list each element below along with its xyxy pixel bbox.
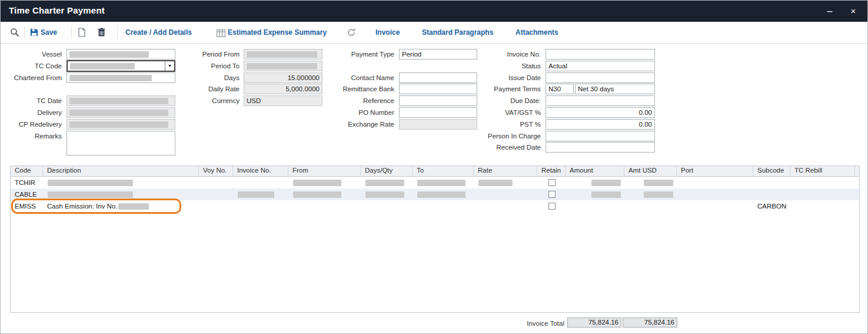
column-header-tc_rebill[interactable]: TC Rebill — [790, 166, 855, 176]
remarks-textarea[interactable] — [66, 131, 175, 156]
received-date-field[interactable] — [546, 142, 655, 153]
cell-text: EMISS — [15, 203, 36, 210]
period-from-field — [244, 49, 322, 59]
column-header-port[interactable]: Port — [677, 166, 753, 176]
vessel-field[interactable] — [66, 49, 175, 59]
invoice-total-label: Invoice Total — [500, 318, 564, 329]
close-button[interactable]: × — [846, 4, 860, 18]
cell-code: EMISS — [11, 203, 43, 210]
toolbar-divider — [117, 27, 118, 38]
cell-retain — [537, 179, 566, 186]
redacted-value — [644, 180, 673, 186]
cell-days_qty — [361, 180, 413, 186]
currency-label: Currency — [177, 95, 240, 106]
retain-checkbox[interactable] — [548, 179, 556, 186]
table-row-cable[interactable]: CABLE — [11, 189, 859, 200]
vat-gst-label: VAT/GST % — [460, 107, 541, 118]
redacted-value — [365, 191, 404, 198]
cell-description — [43, 180, 199, 186]
status-field[interactable]: Actual — [546, 61, 655, 71]
column-header-from[interactable]: From — [288, 166, 361, 176]
issue-date-field[interactable] — [546, 72, 655, 83]
table-row-tchir[interactable]: TCHIR — [11, 177, 859, 189]
cell-rate — [474, 180, 537, 186]
column-header-description[interactable]: Description — [43, 166, 199, 176]
daily-rate-label: Daily Rate — [177, 84, 240, 94]
period-to-field — [244, 61, 322, 71]
remarks-label: Remarks — [1, 131, 62, 141]
cell-amt_usd — [624, 180, 677, 186]
toolbar-divider — [71, 27, 72, 38]
cell-amt_usd — [624, 191, 677, 198]
redacted-value — [238, 191, 274, 198]
pst-field[interactable]: 0.00 — [546, 119, 655, 130]
exchange-rate-label: Exchange Rate — [324, 119, 394, 130]
redacted-value — [644, 191, 673, 198]
invoice-total-field: 75,824.16 — [567, 318, 621, 328]
due-date-field[interactable] — [546, 95, 655, 106]
minimize-button[interactable]: – — [823, 4, 837, 18]
table-row-emiss[interactable]: EMISSCash Emission: Inv No.CARBON — [11, 200, 859, 212]
status-label: Status — [460, 61, 541, 71]
cell-invoice_no — [233, 191, 288, 198]
payment-terms-label: Payment Terms — [460, 84, 541, 94]
tc-code-combo[interactable]: ▼ — [66, 60, 175, 72]
column-header-days_qty[interactable]: Days/Qty — [361, 166, 413, 176]
redacted-value — [69, 121, 168, 128]
redacted-value — [118, 203, 149, 210]
invoice-total-usd-field: 75,824.16 — [623, 318, 677, 328]
expense-summary-icon[interactable] — [217, 29, 225, 39]
chevron-down-icon[interactable]: ▼ — [165, 61, 174, 71]
payment-terms-code-field[interactable]: N30 — [546, 84, 574, 94]
save-icon[interactable] — [30, 28, 38, 39]
redacted-value — [478, 180, 513, 186]
redacted-value — [591, 191, 621, 198]
delete-icon[interactable] — [98, 28, 105, 39]
column-header-amount[interactable]: Amount — [566, 166, 624, 176]
redacted-value — [69, 110, 168, 116]
window-title: Time Charter Payment — [9, 5, 105, 15]
column-header-subcode[interactable]: Subcode — [753, 166, 790, 176]
received-date-label: Received Date — [460, 142, 541, 153]
copy-icon[interactable] — [78, 28, 86, 39]
column-header-code[interactable]: Code — [11, 166, 43, 176]
save-button[interactable]: Save — [41, 28, 57, 37]
column-header-voy_no[interactable]: Voy No. — [199, 166, 233, 176]
invoice-no-field[interactable] — [546, 49, 655, 59]
person-in-charge-field[interactable] — [546, 131, 655, 141]
cp-redelivery-field — [66, 119, 175, 130]
refresh-icon[interactable] — [347, 28, 356, 39]
redacted-value — [69, 98, 168, 104]
estimated-expense-summary-button[interactable]: Estimated Expense Summary — [228, 28, 327, 37]
column-header-amt_usd[interactable]: Amt USD — [624, 166, 677, 176]
payment-type-label: Payment Type — [324, 49, 394, 59]
cell-to — [413, 191, 474, 198]
vat-gst-field[interactable]: 0.00 — [546, 107, 655, 118]
chartered-from-field[interactable] — [66, 72, 175, 83]
toolbar-divider — [24, 27, 25, 38]
days-field: 15.000000 — [244, 72, 322, 83]
redacted-value — [247, 51, 317, 58]
retain-checkbox[interactable] — [548, 191, 556, 198]
cell-from — [288, 191, 361, 198]
redacted-value — [69, 75, 152, 81]
create-add-details-button[interactable]: Create / Add Details — [125, 28, 192, 37]
attachments-button[interactable]: Attachments — [516, 28, 558, 37]
redacted-value — [70, 63, 135, 70]
period-to-label: Period To — [177, 61, 240, 71]
table-header-row: CodeDescriptionVoy No.Invoice No.FromDay… — [11, 166, 859, 177]
cell-text: Cash Emission: Inv No. — [47, 203, 118, 210]
tc-date-label: TC Date — [1, 95, 62, 106]
column-header-invoice_no[interactable]: Invoice No. — [233, 166, 288, 176]
column-header-to[interactable]: To — [413, 166, 474, 176]
column-header-retain[interactable]: Retain — [537, 166, 566, 176]
standard-paragraphs-button[interactable]: Standard Paragraphs — [422, 28, 493, 37]
invoice-button[interactable]: Invoice — [375, 28, 400, 37]
cell-amount — [566, 191, 624, 198]
redacted-value — [591, 180, 621, 186]
days-label: Days — [177, 72, 240, 83]
search-icon[interactable] — [10, 28, 19, 39]
currency-field: USD — [244, 95, 322, 106]
retain-checkbox[interactable] — [548, 203, 556, 210]
column-header-rate[interactable]: Rate — [474, 166, 537, 176]
